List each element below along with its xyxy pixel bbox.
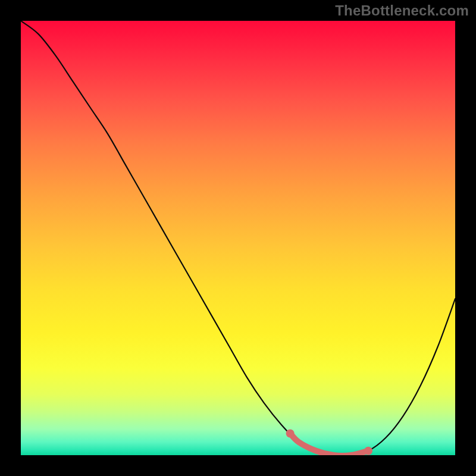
plot-area xyxy=(21,21,455,455)
optimal-range-end-dot xyxy=(364,447,372,455)
optimal-range-start-dot xyxy=(286,430,295,438)
chart-container: TheBottleneck.com xyxy=(0,0,476,476)
bottleneck-curve xyxy=(21,21,455,455)
optimal-range-highlight xyxy=(290,434,368,456)
curve-svg xyxy=(21,21,455,455)
watermark-text: TheBottleneck.com xyxy=(335,2,469,19)
